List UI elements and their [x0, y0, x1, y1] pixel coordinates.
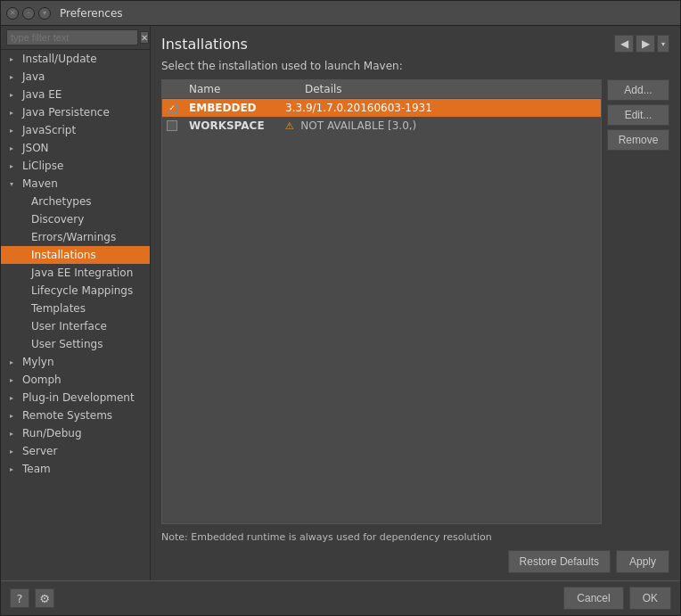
nav-buttons: ◀ ▶ ▾	[614, 35, 669, 53]
sidebar-item-label-mylyn: Mylyn	[22, 356, 54, 368]
sidebar-item-label-team: Team	[22, 463, 51, 475]
sidebar-item-lifecycle-mappings[interactable]: Lifecycle Mappings	[1, 282, 150, 300]
back-button[interactable]: ◀	[614, 35, 634, 53]
sidebar-item-java-persistence[interactable]: ▸Java Persistence	[1, 103, 150, 121]
nav-dropdown-button[interactable]: ▾	[657, 35, 669, 53]
minimize-button[interactable]: –	[22, 7, 35, 20]
bottom-bar: ? ⚙ Cancel OK	[1, 580, 680, 615]
sidebar-item-label-run-debug: Run/Debug	[22, 427, 82, 439]
installations-area: Name Details ✓EMBEDDED3.3.9/1.7.0.201606…	[161, 79, 669, 524]
column-header-details: Details	[298, 80, 601, 98]
ok-button[interactable]: OK	[629, 587, 671, 610]
expand-arrow-liclipse: ▸	[10, 162, 19, 170]
help-button[interactable]: ?	[10, 588, 29, 608]
expand-arrow-mylyn: ▸	[10, 358, 19, 366]
sidebar-item-oomph[interactable]: ▸Oomph	[1, 371, 150, 389]
sidebar-item-user-interface[interactable]: User Interface	[1, 317, 150, 335]
table-row-embedded[interactable]: ✓EMBEDDED3.3.9/1.7.0.20160603-1931	[162, 99, 601, 117]
sidebar-item-label-plugin-development: Plug-in Development	[22, 391, 135, 404]
window-controls: ✕ – ▾	[6, 7, 51, 20]
sidebar-item-liclipse[interactable]: ▸LiClipse	[1, 157, 150, 175]
checkbox-embedded[interactable]: ✓	[167, 103, 177, 113]
sidebar-item-java-ee[interactable]: ▸Java EE	[1, 86, 150, 103]
sidebar-item-json[interactable]: ▸JSON	[1, 139, 150, 157]
expand-arrow-install-update: ▸	[10, 55, 19, 63]
panel-header: Installations ◀ ▶ ▾	[161, 35, 669, 53]
filter-input[interactable]	[6, 29, 138, 45]
sidebar-item-label-templates: Templates	[31, 302, 86, 315]
sidebar-item-maven[interactable]: ▾Maven	[1, 175, 150, 193]
sidebar-item-remote-systems[interactable]: ▸Remote Systems	[1, 407, 150, 424]
restore-defaults-button[interactable]: Restore Defaults	[508, 550, 611, 573]
cell-details-embedded: 3.3.9/1.7.0.20160603-1931	[278, 99, 601, 117]
checkbox-workspace[interactable]	[167, 120, 177, 131]
sidebar-item-label-json: JSON	[22, 142, 49, 154]
preferences-window: ✕ – ▾ Preferences ✕ ▸Install/Update▸Java…	[0, 0, 681, 616]
sidebar-item-team[interactable]: ▸Team	[1, 460, 150, 478]
sidebar-item-label-java-ee: Java EE	[22, 88, 62, 101]
expand-arrow-run-debug: ▸	[10, 430, 19, 438]
expand-arrow-javascript: ▸	[10, 127, 19, 135]
sidebar-item-archetypes[interactable]: Archetypes	[1, 193, 150, 210]
window-title: Preferences	[60, 7, 123, 20]
add-button[interactable]: Add...	[607, 79, 669, 101]
sidebar-item-plugin-development[interactable]: ▸Plug-in Development	[1, 389, 150, 407]
expand-arrow-java-persistence: ▸	[10, 109, 19, 117]
sidebar-item-label-installations: Installations	[31, 249, 96, 261]
warning-icon-workspace: ⚠	[285, 120, 297, 132]
cell-name-workspace: WORKSPACE	[182, 117, 278, 135]
table-body: ✓EMBEDDED3.3.9/1.7.0.20160603-1931WORKSP…	[162, 99, 601, 523]
sidebar-item-label-java: Java	[22, 70, 45, 83]
expand-arrow-java-ee: ▸	[10, 91, 19, 99]
expand-arrow-server: ▸	[10, 448, 19, 456]
expand-arrow-plugin-development: ▸	[10, 394, 19, 402]
sidebar-item-label-maven: Maven	[22, 177, 58, 190]
sidebar-item-label-remote-systems: Remote Systems	[22, 409, 112, 422]
sidebar-item-label-user-interface: User Interface	[31, 320, 107, 333]
sidebar-item-install-update[interactable]: ▸Install/Update	[1, 50, 150, 68]
main-content: ✕ ▸Install/Update▸Java▸Java EE▸Java Pers…	[1, 26, 680, 580]
panel-title: Installations	[161, 36, 614, 53]
expand-arrow-remote-systems: ▸	[10, 412, 19, 420]
sidebar-item-label-liclipse: LiClipse	[22, 160, 63, 172]
sidebar-item-java-ee-integration[interactable]: Java EE Integration	[1, 264, 150, 282]
sidebar-item-label-lifecycle-mappings: Lifecycle Mappings	[31, 284, 133, 297]
sidebar-item-java[interactable]: ▸Java	[1, 68, 150, 86]
sidebar-item-label-server: Server	[22, 445, 57, 457]
cell-details-workspace: ⚠ NOT AVAILABLE [3.0,)	[278, 117, 601, 135]
cancel-button[interactable]: Cancel	[563, 587, 623, 610]
description: Select the installation used to launch M…	[161, 60, 669, 72]
sidebar-item-discovery[interactable]: Discovery	[1, 210, 150, 228]
note: Note: Embedded runtime is always used fo…	[161, 524, 669, 546]
sidebar-item-label-user-settings: User Settings	[31, 338, 103, 350]
sidebar-item-server[interactable]: ▸Server	[1, 442, 150, 460]
sidebar-item-label-java-ee-integration: Java EE Integration	[31, 267, 133, 279]
edit-button[interactable]: Edit...	[607, 104, 669, 126]
menu-button[interactable]: ▾	[38, 7, 51, 20]
filter-clear-button[interactable]: ✕	[140, 31, 149, 44]
apply-button[interactable]: Apply	[616, 550, 669, 573]
sidebar-item-installations[interactable]: Installations	[1, 246, 150, 264]
sidebar-item-label-archetypes: Archetypes	[31, 195, 92, 208]
panel-actions: Restore Defaults Apply	[161, 546, 669, 573]
forward-button[interactable]: ▶	[636, 35, 655, 53]
remove-button[interactable]: Remove	[607, 129, 669, 151]
sidebar-item-errors-warnings[interactable]: Errors/Warnings	[1, 228, 150, 246]
titlebar: ✕ – ▾ Preferences	[1, 1, 680, 26]
sidebar-item-label-install-update: Install/Update	[22, 53, 97, 65]
expand-arrow-team: ▸	[10, 465, 19, 473]
sidebar-item-label-discovery: Discovery	[31, 213, 84, 226]
side-buttons: Add... Edit... Remove	[607, 79, 669, 524]
close-button[interactable]: ✕	[6, 7, 19, 20]
sidebar-item-run-debug[interactable]: ▸Run/Debug	[1, 424, 150, 442]
sidebar-item-mylyn[interactable]: ▸Mylyn	[1, 353, 150, 371]
table-row-workspace[interactable]: WORKSPACE⚠ NOT AVAILABLE [3.0,)	[162, 117, 601, 135]
settings-button[interactable]: ⚙	[35, 588, 54, 608]
column-header-name: Name	[182, 80, 298, 98]
sidebar-item-user-settings[interactable]: User Settings	[1, 335, 150, 353]
sidebar-item-templates[interactable]: Templates	[1, 300, 150, 317]
right-panel: Installations ◀ ▶ ▾ Select the installat…	[151, 26, 680, 580]
table-header: Name Details	[162, 80, 601, 99]
tree: ▸Install/Update▸Java▸Java EE▸Java Persis…	[1, 50, 150, 580]
sidebar-item-javascript[interactable]: ▸JavaScript	[1, 121, 150, 139]
